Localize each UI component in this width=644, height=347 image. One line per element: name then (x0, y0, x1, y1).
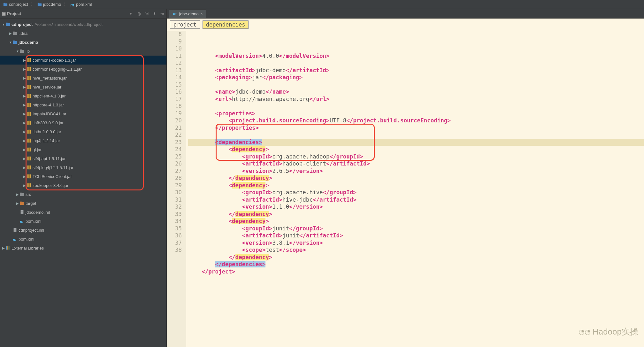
jar-icon (27, 85, 31, 89)
tree-item[interactable]: ▶jdbcdemo.iml (0, 208, 166, 217)
tree-item[interactable]: ▶httpcore-4.1.3.jar (0, 100, 166, 109)
tree-label: commons-codec-1.3.jar (33, 58, 76, 63)
expand-arrow-icon[interactable]: ▶ (22, 175, 27, 178)
tree-item[interactable]: ▶zookeeper-3.4.6.jar (0, 181, 166, 190)
tree-label: lib (26, 49, 30, 54)
tree-item[interactable]: ▶httpclient-4.1.3.jar (0, 91, 166, 100)
expand-arrow-icon[interactable]: ▶ (22, 58, 27, 62)
code-line[interactable] (188, 131, 644, 139)
tree-item[interactable]: ▼jdbcdemo (0, 38, 166, 47)
code-line[interactable]: <project.build.sourceEncoding>UTF-8</pro… (188, 117, 644, 124)
tree-item[interactable]: ▶commons-codec-1.3.jar (0, 56, 166, 65)
expand-arrow-icon[interactable]: ▶ (22, 94, 27, 98)
code-line[interactable] (188, 81, 644, 89)
code-line[interactable]: <version>2.6.5</version> (188, 167, 644, 175)
code-line[interactable]: <artifactId>hive-jdbc</artifactId> (188, 196, 644, 204)
code-line[interactable]: <dependency> (188, 182, 644, 189)
tree-item[interactable]: ▶hive_service.jar (0, 82, 166, 91)
tree-item[interactable]: ▶slf4j-log4j12-1.5.11.jar (0, 163, 166, 172)
expand-arrow-icon[interactable]: ▶ (22, 148, 27, 151)
tree-item[interactable]: ▶.idea (0, 29, 166, 38)
collapse-icon[interactable]: ⇲ (144, 11, 149, 16)
expand-arrow-icon[interactable]: ▶ (8, 32, 13, 35)
expand-arrow-icon[interactable]: ▶ (22, 121, 27, 125)
expand-arrow-icon[interactable]: ▼ (8, 41, 13, 44)
breadcrumb-item[interactable]: jdbcdemo (36, 1, 62, 7)
code-line[interactable]: <url>http://maven.apache.org</url> (188, 96, 644, 103)
expand-arrow-icon[interactable]: ▶ (22, 139, 27, 143)
code-line[interactable]: </project> (188, 268, 644, 275)
tree-item[interactable]: ▶src (0, 190, 166, 199)
svg-rect-52 (28, 174, 29, 178)
code-line[interactable]: <dependency> (188, 218, 644, 225)
expand-arrow-icon[interactable]: ▶ (22, 67, 27, 71)
tree-item[interactable]: ▶libthrift-0.9.0.jar (0, 127, 166, 136)
expand-arrow-icon[interactable]: ▶ (1, 246, 6, 250)
tree-item[interactable]: ▶mpom.xml (0, 235, 166, 243)
code-line[interactable]: <scope>test</scope> (188, 246, 644, 254)
tree-item[interactable]: ▶TCLIServiceClient.jar (0, 172, 166, 181)
code-line[interactable]: <version>3.8.1</version> (188, 239, 644, 247)
xml-crumb[interactable]: dependencies (203, 20, 249, 29)
code-line[interactable]: <dependency> (188, 146, 644, 153)
code-line[interactable]: <artifactId>jdbc-demo</artifactId> (188, 67, 644, 74)
hide-icon[interactable]: ⇥ (159, 11, 165, 16)
code-line[interactable]: <artifactId>junit</artifactId> (188, 232, 644, 239)
code-line[interactable]: </properties> (188, 124, 644, 132)
code-line[interactable]: <properties> (188, 110, 644, 117)
project-tree[interactable]: ▼cdhproject/Volumes/Transcend/work/cdhpr… (0, 19, 166, 347)
tree-item[interactable]: ▶hive_metastore.jar (0, 73, 166, 82)
tree-item[interactable]: ▶ql.jar (0, 145, 166, 154)
expand-arrow-icon[interactable]: ▶ (22, 112, 27, 116)
tree-item[interactable]: ▶ImpalaJDBC41.jar (0, 109, 166, 118)
code-line[interactable]: <name>jdbc-demo</name> (188, 88, 644, 96)
gear-icon[interactable]: ✶ (152, 11, 157, 16)
m-icon: m (70, 2, 75, 7)
tree-item[interactable]: ▶slf4j-api-1.5.11.jar (0, 154, 166, 163)
expand-arrow-icon[interactable]: ▶ (22, 103, 27, 107)
code-line[interactable]: <dependencies> (188, 139, 644, 146)
xml-crumb[interactable]: project (170, 20, 200, 29)
code-line[interactable]: <groupId>org.apache.hadoop</groupId> (188, 153, 644, 160)
panel-title[interactable]: ▣ Project (2, 11, 21, 16)
expand-arrow-icon[interactable]: ▶ (22, 184, 27, 187)
view-dropdown-icon[interactable]: ▾ (130, 11, 132, 16)
tree-item[interactable]: ▶libfb303-0.9.0.jar (0, 118, 166, 127)
code-line[interactable]: </dependency> (188, 174, 644, 182)
expand-arrow-icon[interactable]: ▶ (22, 130, 27, 134)
target-icon[interactable]: ◎ (136, 11, 142, 16)
code-line[interactable]: </dependencies> (188, 261, 644, 268)
tree-item[interactable]: ▶commons-logging-1.1.1.jar (0, 65, 166, 73)
breadcrumb-item[interactable]: cdhproject (2, 1, 29, 7)
editor-tab[interactable]: m jdbc-demo × (169, 10, 206, 18)
code-line[interactable] (188, 103, 644, 110)
close-icon[interactable]: × (201, 12, 203, 16)
expand-arrow-icon[interactable]: ▼ (1, 23, 6, 26)
code-line[interactable]: <packaging>jar</packaging> (188, 74, 644, 81)
code-editor[interactable]: 8910111213141516171819202122232425262728… (167, 31, 644, 347)
breadcrumb-item[interactable]: mpom.xml (69, 1, 93, 7)
expand-arrow-icon[interactable]: ▶ (15, 193, 20, 196)
tree-item[interactable]: ▼lib (0, 47, 166, 56)
code-line[interactable]: </dependency> (188, 254, 644, 261)
expand-arrow-icon[interactable]: ▶ (22, 166, 27, 169)
expand-arrow-icon[interactable]: ▶ (15, 202, 20, 205)
expand-arrow-icon[interactable]: ▼ (15, 50, 20, 53)
code-line[interactable] (188, 59, 644, 67)
tree-item[interactable]: ▶log4j-1.2.14.jar (0, 136, 166, 145)
tree-item[interactable]: ▶target (0, 199, 166, 208)
expand-arrow-icon[interactable]: ▶ (22, 76, 27, 80)
expand-arrow-icon[interactable]: ▶ (22, 157, 27, 160)
code-line[interactable]: <groupId>org.apache.hive</groupId> (188, 189, 644, 196)
tree-item[interactable]: ▶External Libraries (0, 243, 166, 252)
tree-item[interactable]: ▶cdhproject.iml (0, 226, 166, 235)
code-area[interactable]: <modelVersion>4.0.0</modelVersion> <arti… (186, 31, 644, 347)
tree-item[interactable]: ▶mpom.xml (0, 217, 166, 226)
code-line[interactable]: <artifactId>hadoop-client</artifactId> (188, 160, 644, 167)
code-line[interactable]: <modelVersion>4.0.0</modelVersion> (188, 52, 644, 60)
code-line[interactable]: <version>1.1.0</version> (188, 203, 644, 211)
code-line[interactable]: <groupId>junit</groupId> (188, 225, 644, 232)
code-line[interactable]: </dependency> (188, 211, 644, 218)
expand-arrow-icon[interactable]: ▶ (22, 85, 27, 89)
tree-item[interactable]: ▼cdhproject/Volumes/Transcend/work/cdhpr… (0, 20, 166, 29)
